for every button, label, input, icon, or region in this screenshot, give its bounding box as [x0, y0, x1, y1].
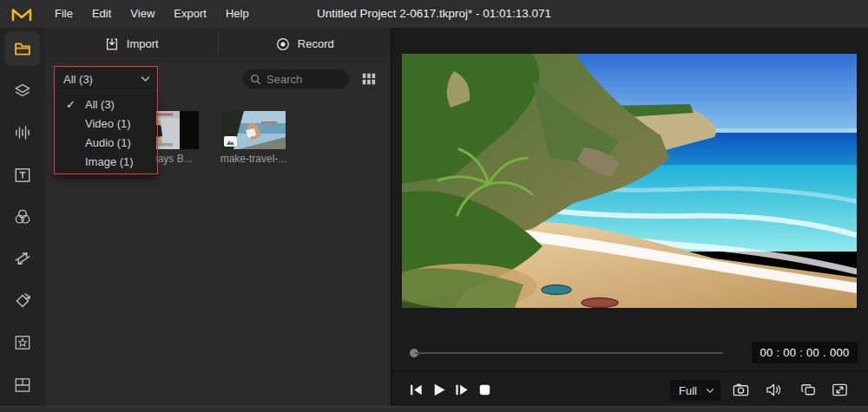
- stop-icon: [477, 382, 493, 398]
- menu-view[interactable]: View: [121, 0, 164, 28]
- fullscreen-icon: [831, 381, 849, 399]
- sidebar-item-rotation[interactable]: [0, 280, 45, 322]
- split-screen-icon: [13, 376, 32, 395]
- timeline-edge-strip: [0, 406, 868, 412]
- menu-file[interactable]: File: [45, 0, 82, 28]
- image-badge-icon: [224, 136, 237, 147]
- audio-waveform-icon: [13, 123, 32, 142]
- sidebar-item-audio[interactable]: [0, 112, 45, 154]
- checkmark-icon: ✓: [66, 95, 76, 114]
- record-button[interactable]: Record: [219, 28, 391, 60]
- previous-frame-button[interactable]: [406, 380, 425, 399]
- title-bar: File Edit View Export Help Untitled Proj…: [0, 0, 868, 28]
- grid-view-icon: [361, 71, 377, 87]
- chevron-down-icon: [141, 75, 150, 82]
- filter-option-audio[interactable]: Audio (1): [56, 134, 156, 153]
- app-window: File Edit View Export Help Untitled Proj…: [0, 0, 868, 412]
- media-thumbnail: [221, 111, 286, 149]
- preview-zoom-dropdown[interactable]: Full: [670, 380, 720, 401]
- grid-view-button[interactable]: [359, 69, 378, 88]
- volume-icon: [765, 381, 783, 399]
- volume-button[interactable]: [764, 380, 783, 399]
- menu-help[interactable]: Help: [216, 0, 259, 28]
- sidebar-item-effects[interactable]: [0, 322, 45, 363]
- search-input[interactable]: [266, 73, 341, 86]
- window-title: Untitled Project 2-0617.tkproj* - 01:01:…: [317, 0, 551, 28]
- transitions-icon: [13, 249, 32, 268]
- sidebar-item-media[interactable]: [0, 28, 45, 69]
- record-label: Record: [298, 37, 334, 50]
- filters-icon: [13, 207, 32, 226]
- sidebar-item-text[interactable]: [0, 154, 45, 195]
- menu-edit[interactable]: Edit: [82, 0, 121, 28]
- import-label: Import: [127, 37, 159, 50]
- preview-zoom-value: Full: [679, 384, 706, 397]
- rotation-icon: [13, 291, 32, 311]
- snapshot-button[interactable]: [731, 380, 750, 399]
- seek-track[interactable]: [415, 352, 723, 354]
- media-item-image[interactable]: make-travel-...: [221, 111, 286, 165]
- fullscreen-button[interactable]: [830, 380, 849, 399]
- media-tab-row: Import Record: [45, 28, 391, 61]
- duplicate-icon: [799, 381, 818, 399]
- video-preview[interactable]: [402, 54, 857, 308]
- timecode-display: 00 : 00 : 00 . 000: [752, 342, 858, 363]
- sidebar-item-layers[interactable]: [0, 69, 45, 111]
- next-frame-button[interactable]: [451, 380, 470, 399]
- menu-export[interactable]: Export: [164, 0, 216, 28]
- preview-panel: 00 : 00 : 00 . 000: [391, 28, 868, 406]
- camera-icon: [732, 381, 750, 399]
- import-icon: [104, 36, 120, 52]
- sidebar-item-split-screen[interactable]: [0, 364, 45, 406]
- chevron-down-icon: [706, 388, 714, 394]
- menu-bar: File Edit View Export Help: [45, 0, 259, 28]
- media-panel: Import Record All (3): [45, 28, 391, 406]
- search-box[interactable]: [243, 69, 349, 88]
- sidebar-item-transitions[interactable]: [0, 238, 45, 279]
- previous-frame-icon: [408, 382, 424, 398]
- media-filter-menu: ✓ All (3) Video (1) Audio (1) Image (1): [56, 91, 156, 176]
- import-button[interactable]: Import: [45, 28, 218, 60]
- media-folder-icon: [5, 31, 40, 66]
- text-icon: [13, 166, 32, 185]
- controls-divider: [392, 371, 868, 372]
- stop-button[interactable]: [475, 380, 494, 399]
- app-logo-icon: [9, 4, 35, 23]
- play-icon: [431, 382, 447, 398]
- play-button[interactable]: [429, 380, 448, 399]
- detach-window-button[interactable]: [799, 380, 818, 399]
- media-filter-dropdown[interactable]: All (3): [55, 68, 157, 90]
- star-box-icon: [13, 333, 32, 352]
- sidebar: [0, 28, 45, 406]
- search-icon: [250, 74, 261, 85]
- media-item-label: make-travel-...: [216, 153, 291, 165]
- filter-option-all[interactable]: ✓ All (3): [56, 95, 156, 114]
- layers-icon: [13, 82, 32, 101]
- main-area: Import Record All (3): [0, 28, 868, 406]
- media-filter-value: All (3): [63, 73, 141, 86]
- filter-option-video[interactable]: Video (1): [56, 114, 156, 134]
- filter-option-image[interactable]: Image (1): [56, 153, 156, 172]
- next-frame-icon: [453, 382, 470, 398]
- sidebar-item-filters[interactable]: [0, 196, 45, 238]
- record-icon: [275, 36, 291, 52]
